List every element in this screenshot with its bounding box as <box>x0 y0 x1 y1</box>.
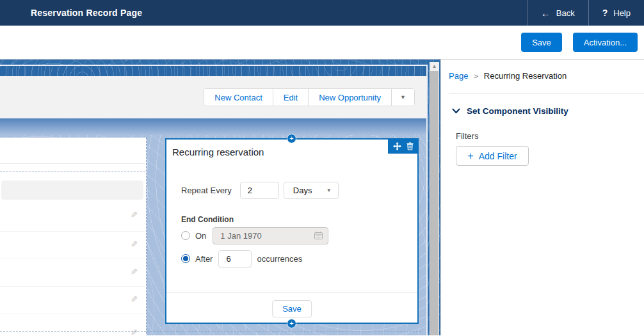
insert-component-below-button[interactable]: + <box>287 319 296 328</box>
question-mark-icon: ? <box>602 8 608 17</box>
builder-main: New Contact Edit New Opportunity ▼ ✎ ✎ <box>0 60 644 335</box>
move-icon <box>393 142 401 150</box>
frequency-value: Days <box>293 186 312 195</box>
breadcrumb-page-link[interactable]: Page <box>449 71 468 81</box>
delete-component-button[interactable] <box>407 142 414 150</box>
highlights-panel-region[interactable]: New Contact Edit New Opportunity ▼ <box>0 76 426 118</box>
component-footer-divider <box>166 292 417 293</box>
record-field-row: ✎ <box>0 314 145 335</box>
activation-button[interactable]: Activation... <box>573 33 638 52</box>
frequency-select[interactable]: Days ▼ <box>284 182 339 199</box>
end-on-radio[interactable] <box>181 231 190 240</box>
frame-top-strip <box>0 66 426 76</box>
add-filter-label: Add Filter <box>479 151 517 161</box>
left-column-region[interactable]: ✎ ✎ ✎ ✎ ✎ <box>0 138 147 335</box>
record-field-row: ✎ <box>0 232 145 259</box>
template-band <box>0 118 426 135</box>
builder-header: Reservation Record Page ← Back ? Help <box>0 0 644 26</box>
record-action-group: New Contact Edit New Opportunity ▼ <box>204 88 415 106</box>
back-label: Back <box>556 8 575 18</box>
record-field-row: ✎ <box>0 259 145 287</box>
left-component-divider <box>0 163 145 164</box>
occurrences-label: occurrences <box>257 254 302 264</box>
edit-button[interactable]: Edit <box>273 89 308 106</box>
new-opportunity-button[interactable]: New Opportunity <box>308 89 391 106</box>
component-title: Recurring reservation <box>172 147 264 157</box>
repeat-every-input[interactable] <box>240 182 279 199</box>
help-button[interactable]: ? Help <box>588 0 644 26</box>
filters-label: Filters <box>456 131 644 141</box>
panel-divider <box>449 93 644 93</box>
chevron-down-icon <box>452 108 460 114</box>
edit-pencil-icon[interactable]: ✎ <box>131 239 138 249</box>
record-detail-tabbar[interactable] <box>1 180 143 200</box>
arrow-left-icon: ← <box>541 8 551 18</box>
component-action-bar <box>388 138 419 154</box>
more-actions-dropdown[interactable]: ▼ <box>391 89 414 106</box>
breadcrumb-separator: > <box>474 72 478 80</box>
plus-icon: + <box>289 134 293 142</box>
edit-pencil-icon[interactable]: ✎ <box>131 210 138 220</box>
recurring-reservation-component[interactable]: + + Recurring reservation Repeat Every <box>165 138 419 324</box>
new-contact-button[interactable]: New Contact <box>204 89 272 106</box>
scrollbar-up-icon[interactable]: ▲ <box>430 62 439 71</box>
canvas-scrollbar[interactable]: ▲ <box>430 62 439 335</box>
breadcrumb: Page > Recurring Reservation <box>449 71 644 81</box>
visibility-section-title: Set Component Visibility <box>467 106 568 116</box>
builder-toolbar: Save Activation... <box>0 26 644 60</box>
end-date-input[interactable]: 1 Jan 1970 <box>213 227 328 244</box>
chevron-down-icon: ▼ <box>400 94 406 100</box>
breadcrumb-current: Recurring Reservation <box>484 71 567 81</box>
save-button[interactable]: Save <box>521 33 562 52</box>
add-filter-button[interactable]: + Add Filter <box>456 146 529 166</box>
record-field-row: ✎ <box>0 287 145 314</box>
visibility-section-toggle[interactable]: Set Component Visibility <box>452 106 644 116</box>
properties-panel: Page > Recurring Reservation Set Compone… <box>440 60 644 335</box>
repeat-every-label: Repeat Every <box>181 186 232 195</box>
calendar-icon <box>314 232 323 239</box>
repeat-every-row: Repeat Every Days ▼ <box>181 181 339 199</box>
end-condition-label: End Condition <box>181 215 234 224</box>
end-on-label: On <box>195 231 206 241</box>
help-label: Help <box>613 8 631 18</box>
end-after-label: After <box>195 254 213 264</box>
region-dashed-divider <box>0 172 145 172</box>
end-after-row: After occurrences <box>181 250 302 268</box>
scrollbar-thumb[interactable] <box>430 71 439 335</box>
plus-icon: + <box>289 319 293 327</box>
occurrences-input[interactable] <box>218 250 252 268</box>
region-bottom-dashed-border <box>0 331 421 332</box>
record-field-row: ✎ <box>0 200 145 232</box>
builder-canvas: New Contact Edit New Opportunity ▼ ✎ ✎ <box>0 60 440 335</box>
component-save-button[interactable]: Save <box>272 300 312 317</box>
back-button[interactable]: ← Back <box>527 0 588 26</box>
template-regions: ✎ ✎ ✎ ✎ ✎ + + <box>0 135 426 335</box>
plus-icon: + <box>467 151 473 161</box>
end-date-value: 1 Jan 1970 <box>220 231 261 241</box>
trash-icon <box>407 142 414 150</box>
chevron-down-icon: ▼ <box>326 188 332 193</box>
end-on-row: On 1 Jan 1970 <box>181 227 328 244</box>
edit-pencil-icon[interactable]: ✎ <box>131 267 138 276</box>
page-preview-frame: New Contact Edit New Opportunity ▼ ✎ ✎ <box>0 65 428 335</box>
edit-pencil-icon[interactable]: ✎ <box>131 328 138 335</box>
record-detail-fields: ✎ ✎ ✎ ✎ ✎ <box>0 200 145 335</box>
edit-pencil-icon[interactable]: ✎ <box>131 294 138 304</box>
move-component-handle[interactable] <box>393 142 401 150</box>
end-after-radio[interactable] <box>181 254 190 263</box>
page-title: Reservation Record Page <box>31 8 142 18</box>
insert-component-above-button[interactable]: + <box>287 134 296 143</box>
